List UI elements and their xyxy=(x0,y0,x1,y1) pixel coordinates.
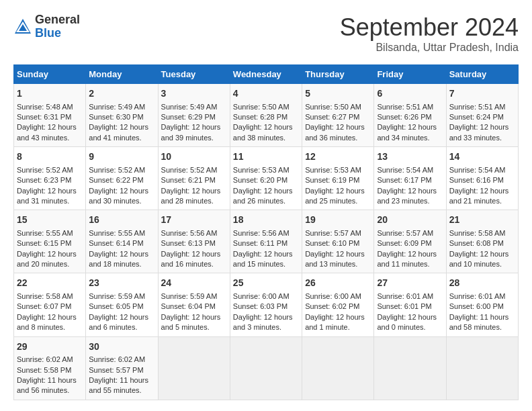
calendar-cell: 12Sunrise: 5:53 AMSunset: 6:19 PMDayligh… xyxy=(302,147,374,210)
calendar-table: Sunday Monday Tuesday Wednesday Thursday… xyxy=(13,64,519,400)
sunrise-text: Sunrise: 5:53 AM xyxy=(305,166,361,174)
calendar-cell: 11Sunrise: 5:53 AMSunset: 6:20 PMDayligh… xyxy=(230,147,302,210)
sunset-text: Sunset: 6:22 PM xyxy=(89,176,143,184)
sunrise-text: Sunrise: 5:51 AM xyxy=(377,103,433,111)
day-number: 9 xyxy=(89,150,154,164)
calendar-cell: 26Sunrise: 6:00 AMSunset: 6:02 PMDayligh… xyxy=(302,273,374,336)
daylight-text: Daylight: 12 hours and 1 minute. xyxy=(305,313,365,331)
sunset-text: Sunset: 6:30 PM xyxy=(89,113,143,121)
day-number: 25 xyxy=(233,277,299,290)
calendar-cell xyxy=(446,336,518,400)
sunset-text: Sunset: 6:08 PM xyxy=(449,239,504,247)
daylight-text: Daylight: 12 hours and 20 minutes. xyxy=(17,250,77,268)
sunrise-text: Sunrise: 5:49 AM xyxy=(161,103,218,111)
sunrise-text: Sunrise: 5:52 AM xyxy=(161,166,218,174)
sunset-text: Sunset: 5:58 PM xyxy=(17,366,71,374)
sunset-text: Sunset: 6:10 PM xyxy=(305,239,359,247)
day-number: 21 xyxy=(449,214,515,227)
location: Bilsanda, Uttar Pradesh, India xyxy=(340,42,519,54)
calendar-cell: 19Sunrise: 5:57 AMSunset: 6:10 PMDayligh… xyxy=(302,210,374,273)
sunrise-text: Sunrise: 5:57 AM xyxy=(377,229,433,237)
day-number: 26 xyxy=(305,277,371,290)
day-number: 14 xyxy=(449,150,515,164)
day-number: 7 xyxy=(449,87,515,101)
calendar-cell: 8Sunrise: 5:52 AMSunset: 6:23 PMDaylight… xyxy=(14,147,86,210)
daylight-text: Daylight: 12 hours and 3 minutes. xyxy=(233,313,293,331)
sunset-text: Sunset: 6:13 PM xyxy=(161,239,216,247)
sunset-text: Sunset: 6:17 PM xyxy=(377,176,431,184)
sunrise-text: Sunrise: 5:53 AM xyxy=(233,166,290,174)
daylight-text: Daylight: 11 hours and 55 minutes. xyxy=(89,376,148,394)
day-number: 28 xyxy=(449,277,515,290)
calendar-cell: 18Sunrise: 5:56 AMSunset: 6:11 PMDayligh… xyxy=(230,210,302,273)
daylight-text: Daylight: 12 hours and 39 minutes. xyxy=(161,123,221,141)
header-row: Sunday Monday Tuesday Wednesday Thursday… xyxy=(14,65,519,84)
day-number: 30 xyxy=(89,340,154,354)
sunrise-text: Sunrise: 5:55 AM xyxy=(17,229,73,237)
day-number: 13 xyxy=(377,150,443,164)
page-header: General Blue September 2024 Bilsanda, Ut… xyxy=(13,13,519,54)
daylight-text: Daylight: 12 hours and 13 minutes. xyxy=(305,250,365,268)
logo-blue: Blue xyxy=(35,27,80,40)
day-number: 10 xyxy=(161,150,227,164)
daylight-text: Daylight: 12 hours and 16 minutes. xyxy=(161,250,221,268)
calendar-cell: 20Sunrise: 5:57 AMSunset: 6:09 PMDayligh… xyxy=(374,210,446,273)
calendar-row: 15Sunrise: 5:55 AMSunset: 6:15 PMDayligh… xyxy=(14,210,519,273)
sunrise-text: Sunrise: 5:48 AM xyxy=(17,103,73,111)
calendar-cell: 1Sunrise: 5:48 AMSunset: 6:31 PMDaylight… xyxy=(14,84,86,147)
daylight-text: Daylight: 12 hours and 21 minutes. xyxy=(449,187,509,205)
sunset-text: Sunset: 6:21 PM xyxy=(161,176,216,184)
sunrise-text: Sunrise: 6:00 AM xyxy=(305,292,361,300)
col-tuesday: Tuesday xyxy=(158,65,230,84)
daylight-text: Daylight: 12 hours and 31 minutes. xyxy=(17,187,77,205)
daylight-text: Daylight: 11 hours and 58 minutes. xyxy=(449,313,509,331)
daylight-text: Daylight: 12 hours and 18 minutes. xyxy=(89,250,148,268)
sunrise-text: Sunrise: 5:54 AM xyxy=(449,166,506,174)
sunset-text: Sunset: 6:27 PM xyxy=(305,113,359,121)
sunrise-text: Sunrise: 6:01 AM xyxy=(377,292,433,300)
sunrise-text: Sunrise: 5:50 AM xyxy=(305,103,361,111)
calendar-cell: 14Sunrise: 5:54 AMSunset: 6:16 PMDayligh… xyxy=(446,147,518,210)
daylight-text: Daylight: 12 hours and 8 minutes. xyxy=(17,313,77,331)
sunset-text: Sunset: 6:26 PM xyxy=(377,113,431,121)
sunrise-text: Sunrise: 5:56 AM xyxy=(161,229,218,237)
calendar-cell: 25Sunrise: 6:00 AMSunset: 6:03 PMDayligh… xyxy=(230,273,302,336)
sunrise-text: Sunrise: 5:51 AM xyxy=(449,103,506,111)
calendar-cell: 30Sunrise: 6:02 AMSunset: 5:57 PMDayligh… xyxy=(86,336,158,400)
sunset-text: Sunset: 6:23 PM xyxy=(17,176,71,184)
logo-text: General Blue xyxy=(35,13,80,40)
calendar-cell: 17Sunrise: 5:56 AMSunset: 6:13 PMDayligh… xyxy=(158,210,230,273)
calendar-cell: 13Sunrise: 5:54 AMSunset: 6:17 PMDayligh… xyxy=(374,147,446,210)
sunrise-text: Sunrise: 5:58 AM xyxy=(17,292,73,300)
calendar-cell: 6Sunrise: 5:51 AMSunset: 6:26 PMDaylight… xyxy=(374,84,446,147)
sunrise-text: Sunrise: 5:58 AM xyxy=(449,229,506,237)
day-number: 1 xyxy=(17,87,83,101)
daylight-text: Daylight: 12 hours and 25 minutes. xyxy=(305,187,365,205)
daylight-text: Daylight: 12 hours and 15 minutes. xyxy=(233,250,293,268)
daylight-text: Daylight: 12 hours and 28 minutes. xyxy=(161,187,221,205)
sunset-text: Sunset: 6:04 PM xyxy=(161,302,216,310)
sunrise-text: Sunrise: 6:01 AM xyxy=(449,292,506,300)
daylight-text: Daylight: 12 hours and 33 minutes. xyxy=(449,123,509,141)
daylight-text: Daylight: 12 hours and 11 minutes. xyxy=(377,250,437,268)
day-number: 8 xyxy=(17,150,83,164)
day-number: 24 xyxy=(161,277,227,290)
month-title: September 2024 xyxy=(340,13,519,42)
daylight-text: Daylight: 11 hours and 56 minutes. xyxy=(17,376,77,394)
sunrise-text: Sunrise: 5:54 AM xyxy=(377,166,433,174)
day-number: 22 xyxy=(17,277,83,290)
calendar-row: 29Sunrise: 6:02 AMSunset: 5:58 PMDayligh… xyxy=(14,336,519,400)
calendar-cell: 9Sunrise: 5:52 AMSunset: 6:22 PMDaylight… xyxy=(86,147,158,210)
logo: General Blue xyxy=(13,13,80,40)
sunset-text: Sunset: 6:00 PM xyxy=(449,302,504,310)
calendar-cell: 10Sunrise: 5:52 AMSunset: 6:21 PMDayligh… xyxy=(158,147,230,210)
day-number: 18 xyxy=(233,214,299,227)
day-number: 15 xyxy=(17,214,83,227)
sunset-text: Sunset: 6:15 PM xyxy=(17,239,71,247)
day-number: 3 xyxy=(161,87,227,101)
sunset-text: Sunset: 6:19 PM xyxy=(305,176,359,184)
col-monday: Monday xyxy=(86,65,158,84)
daylight-text: Daylight: 12 hours and 5 minutes. xyxy=(161,313,221,331)
calendar-cell: 16Sunrise: 5:55 AMSunset: 6:14 PMDayligh… xyxy=(86,210,158,273)
sunrise-text: Sunrise: 5:55 AM xyxy=(89,229,145,237)
